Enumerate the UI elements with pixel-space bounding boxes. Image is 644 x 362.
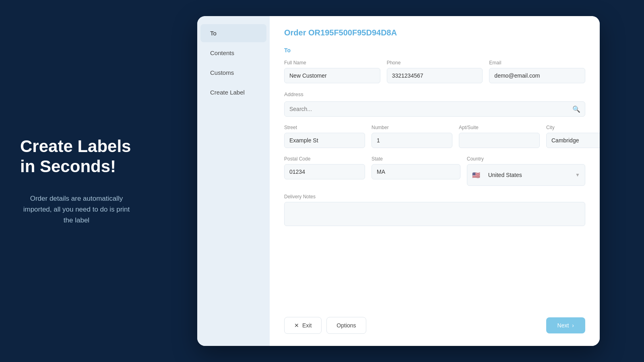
postal-code-label: Postal Code [284,156,365,162]
exit-button[interactable]: ✕ Exit [284,317,322,334]
chevron-down-icon: ▼ [575,172,580,178]
section-label: To [284,47,585,53]
full-name-group: Full Name [284,60,380,83]
delivery-notes-group: Delivery Notes [284,194,585,309]
next-button[interactable]: Next › [546,317,585,333]
sidebar-item-customs[interactable]: Customs [200,64,266,82]
number-input[interactable] [372,133,452,148]
city-label: City [546,125,600,130]
phone-group: Phone [387,60,483,83]
hero-heading: Create Labels in Seconds! [20,136,133,177]
address-search-container: 🔍 [284,101,585,117]
apt-suite-group: Apt/Suite [459,125,540,148]
country-label: Country [467,156,585,162]
city-input[interactable] [546,133,600,148]
phone-label: Phone [387,60,483,66]
country-select[interactable]: United States Canada United Kingdom [483,168,572,182]
sidebar-item-to[interactable]: To [200,24,266,42]
x-icon: ✕ [294,322,299,329]
state-input[interactable] [372,164,460,179]
street-input[interactable] [284,133,365,148]
postal-code-group: Postal Code [284,156,365,186]
apt-suite-label: Apt/Suite [459,125,540,130]
country-group: Country 🇺🇸 United States Canada United K… [467,156,585,186]
state-label: State [372,156,460,162]
phone-input[interactable] [387,68,483,83]
number-group: Number [372,125,452,148]
full-name-input[interactable] [284,68,380,83]
full-name-label: Full Name [284,60,380,66]
sidebar-item-create-label[interactable]: Create Label [200,83,266,101]
email-label: Email [489,60,585,66]
number-label: Number [372,125,452,130]
address-row-2: Postal Code State Country 🇺🇸 United Stat… [284,156,585,186]
sidebar-item-contents[interactable]: Contents [200,44,266,62]
left-panel: Create Labels in Seconds! Order details … [0,120,153,242]
options-button[interactable]: Options [326,317,366,334]
search-icon: 🔍 [572,105,580,113]
main-content: Order OR195F500F95D94D8A To Full Name Ph… [270,16,600,346]
street-group: Street [284,125,365,148]
apt-suite-input[interactable] [459,133,540,148]
contact-row: Full Name Phone Email [284,60,585,83]
email-group: Email [489,60,585,83]
sidebar: To Contents Customs Create Label [197,16,270,346]
postal-code-input[interactable] [284,164,365,179]
modal-container: To Contents Customs Create Label Order O… [153,0,644,362]
chevron-right-icon: › [572,322,574,329]
city-group: City [546,125,600,148]
state-group: State [372,156,460,186]
address-search-input[interactable] [284,101,585,117]
country-select-wrapper: 🇺🇸 United States Canada United Kingdom ▼ [467,164,585,186]
footer-left: ✕ Exit Options [284,317,366,334]
footer-buttons: ✕ Exit Options Next › [284,309,585,334]
order-title: Order OR195F500F95D94D8A [284,28,585,37]
delivery-notes-label: Delivery Notes [284,194,585,200]
hero-subtext: Order details are automatically imported… [20,193,133,226]
address-row-1: Street Number Apt/Suite City [284,125,585,148]
email-input[interactable] [489,68,585,83]
us-flag-icon: 🇺🇸 [472,171,480,179]
modal: To Contents Customs Create Label Order O… [197,16,600,346]
address-section-label: Address [284,91,585,97]
street-label: Street [284,125,365,130]
delivery-notes-input[interactable] [284,202,585,226]
